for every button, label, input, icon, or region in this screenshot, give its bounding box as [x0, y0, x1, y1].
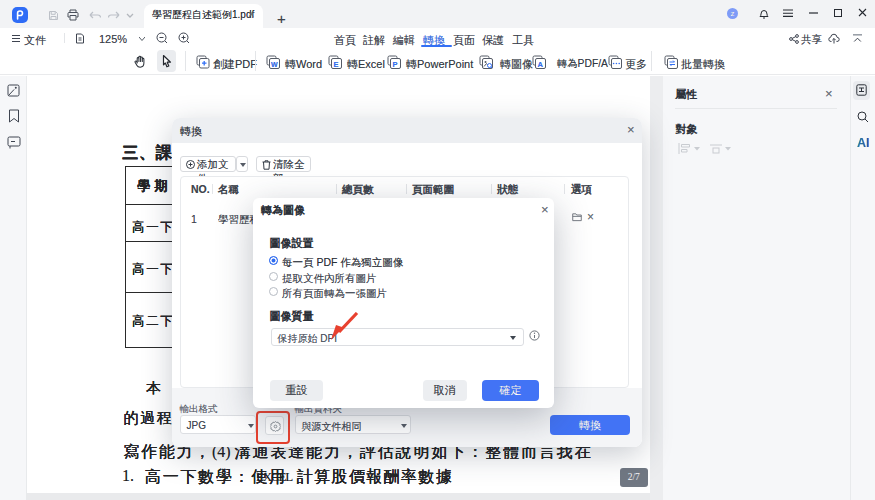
svg-text:E: E — [334, 60, 339, 69]
svg-text:A: A — [538, 60, 544, 69]
svg-text:W: W — [271, 61, 278, 68]
svg-text:P: P — [393, 60, 398, 69]
